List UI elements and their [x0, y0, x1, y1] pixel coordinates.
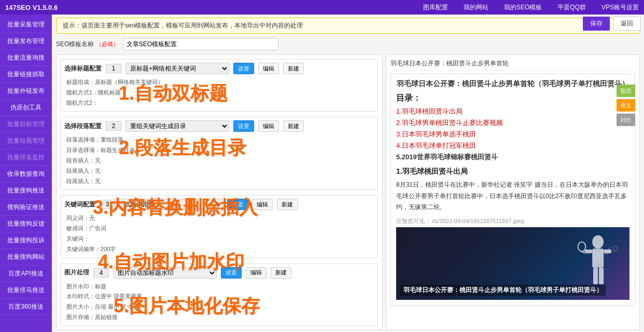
toc-item-4[interactable]: 4.日本羽毛球单打冠军桃田 [396, 141, 629, 150]
required-mark: （必填） [96, 41, 119, 47]
title-config-detail: 标题组成：原标题（网络相关关键词） 随机方式1：随机标题 随机方式2： [66, 77, 374, 108]
seo-name-row: SEO模板名称 （必填） [56, 38, 640, 50]
sidebar-item-batch-outlink[interactable]: 批量外链发布 [0, 83, 52, 100]
split-area: 1.自动双标题 2.段落生成目录 3.内容替换删除插入 4.自动图片加水印 5.… [56, 54, 640, 330]
section-header-segment: 选择段落配置 重组关键词生成目录 设置 编辑 新建 [64, 120, 374, 132]
seo-name-input[interactable] [123, 38, 278, 50]
segment-set-button[interactable]: 设置 [233, 120, 254, 132]
svg-line-7 [582, 251, 585, 253]
main-content-area: 保存 返回 提示：该页面主要用于seo模板配置，模板可应用到网站发布，本地导出中… [52, 15, 644, 332]
sidebar-item-baidu-api[interactable]: 百度API推送 [0, 266, 52, 282]
preview-section-title-1: 1.羽毛球桃田贤斗出局 [396, 167, 629, 176]
player-silhouette-icon [572, 232, 614, 289]
sidebar-item-batch-link[interactable]: 批量链接抓取 [0, 66, 52, 83]
sidebar: 批量采集管理 批量发布管理 批量流量询搜 批量链接抓取 批量外链发布 伪原创工具… [0, 15, 52, 332]
config-section-segment: 选择段落配置 重组关键词生成目录 设置 编辑 新建 段落选择项：重组段落 目录选… [61, 117, 378, 190]
preview-title-bar: 羽毛球日本公开赛：桃田贤斗止步男单首轮 [390, 59, 635, 71]
section-header-keyword: 关键词配置 软原词混除 设置 编辑 新建 [64, 199, 374, 210]
preview-article-title: 羽毛球日本公开赛：桃田贤斗止步男单首轮（羽毛球男子单打桃田贤斗） [396, 79, 629, 89]
segment-edit-button[interactable]: 编辑 [258, 120, 279, 132]
image-config-select[interactable]: 图片自动加标题水印 [113, 267, 217, 279]
section-header-image: 图片处理 图片自动加标题水印 设置 编辑 新建 [64, 267, 374, 279]
section-num-4[interactable] [93, 268, 109, 278]
preview-panel: 羽毛球日本公开赛：桃田贤斗止步男单首轮 预览 原文 对比 羽毛球日本公开赛：桃田… [386, 54, 640, 330]
section-title-label-4: 图片处理 [64, 268, 89, 277]
sidebar-item-record-query[interactable]: 收录数据查询 [0, 166, 52, 183]
sidebar-item-batch-video: 批量短视管理 [0, 133, 52, 149]
keyword-config-select[interactable]: 软原词混除 [119, 199, 223, 210]
nav-library[interactable]: 图库配置 [423, 3, 448, 12]
preview-toc-title: 目录： [396, 93, 629, 104]
sidebar-item-batch-publish[interactable]: 批量发布管理 [0, 33, 52, 50]
keyword-config-detail: 同义词：无 敏感词：广告词 关键词： 关键词频率：200字 [66, 213, 374, 254]
app-logo: 147SEO V1.5.0.6 [5, 4, 58, 11]
image-new-button[interactable]: 新建 [271, 267, 291, 279]
preview-image-box: 147SEO 羽毛球日本公开赛：桃田贤斗止步男单首轮（羽毛球男子单打桃田贤斗） [396, 227, 629, 300]
sidebar-item-sogou-verify[interactable]: 搜狗验证推送 [0, 199, 52, 216]
toc-item-3[interactable]: 3.日本羽毛球男单选手桃田 [396, 130, 629, 139]
image-edit-button[interactable]: 编辑 [246, 267, 267, 279]
svg-rect-4 [593, 268, 598, 284]
image-set-button[interactable]: 设置 [221, 267, 242, 279]
section-title-label-3: 关键词配置 [64, 200, 95, 209]
section-title-label-2: 选择段落配置 [64, 122, 102, 131]
config-section-keyword: 关键词配置 软原词混除 设置 编辑 新建 同义词：无 敏感词：广告词 关键词： … [61, 195, 378, 258]
sidebar-item-sogou-site[interactable]: 批量搜狗网站 [0, 249, 52, 266]
nav-mysite[interactable]: 我的网站 [464, 3, 488, 12]
preview-btn-compare[interactable]: 对比 [617, 114, 635, 126]
segment-config-detail: 段落选择项：重组段落 目录选择项：标题生成目录 段首插入：无 段尾插入：无 段尾… [66, 135, 374, 186]
preview-img-note: 仅预览可见： ds/2022-09-04/1662287611687.jpeg [396, 217, 629, 225]
title-config-select[interactable]: 原标题+网络相关关键词 [125, 63, 229, 74]
segment-new-button[interactable]: 新建 [283, 120, 304, 132]
preview-btn-original[interactable]: 原文 [617, 99, 635, 112]
preview-body-text: 8月31日，桃田贤斗在比赛中，新华社记者 张笑宇 摄当日，在日本大阪举办的日本羽… [396, 179, 629, 213]
section-num-1[interactable] [106, 64, 121, 73]
keyword-edit-button[interactable]: 编辑 [252, 199, 273, 210]
back-button[interactable]: 返回 [613, 17, 641, 31]
toc-item-1[interactable]: 1.羽毛球桃田贤斗出局 [396, 107, 629, 116]
sidebar-item-sogou-complaint[interactable]: 批量搜狗投诉 [0, 232, 52, 249]
top-navigation: 147SEO V1.5.0.6 图库配置 我的网站 我的SEO模板 平蛋QQ群 … [0, 0, 644, 15]
config-section-title: 选择标题配置 原标题+网络相关关键词 设置 编辑 新建 标题组成：原标题（网络相… [61, 59, 378, 112]
title-edit-button[interactable]: 编辑 [258, 63, 279, 74]
preview-btn-preview[interactable]: 预览 [617, 85, 635, 97]
sidebar-item-batch-collect[interactable]: 批量采集管理 [0, 17, 52, 33]
nav-menu: 图库配置 我的网站 我的SEO模板 平蛋QQ群 VPS账号设置 [423, 3, 639, 12]
sidebar-item-sogou-feedback[interactable]: 批量搜狗反馈 [0, 216, 52, 232]
svg-point-6 [578, 242, 586, 251]
sidebar-item-baidu360[interactable]: 百度360推送 [0, 299, 52, 315]
title-set-button[interactable]: 设置 [233, 63, 254, 74]
sidebar-item-batch-rank: 批量排名监控 [0, 149, 52, 166]
nav-vps[interactable]: VPS账号设置 [601, 3, 639, 12]
svg-rect-5 [599, 268, 604, 284]
preview-img-url: ds/2022-09-04/1662287611687.jpeg [432, 218, 524, 224]
config-section-image: 图片处理 图片自动加标题水印 设置 编辑 新建 图片水印：标题 水印样式：位置中… [61, 264, 378, 326]
keyword-set-button[interactable]: 设置 [227, 199, 248, 210]
keyword-new-button[interactable]: 新建 [277, 199, 298, 210]
section-num-3[interactable] [100, 200, 115, 209]
hint-bar: 提示：该页面主要用于seo模板配置，模板可应用到网站发布，本地导出中对内容的处理 [56, 18, 640, 34]
toc-item-2[interactable]: 2.羽毛球男单桃田贤斗止赛比赛视频 [396, 118, 629, 128]
section-num-2[interactable] [106, 121, 121, 131]
preview-side-buttons: 预览 原文 对比 [617, 85, 635, 126]
seo-name-label: SEO模板名称 （必填） [56, 40, 119, 49]
sidebar-item-pseudo-original[interactable]: 伪原创工具 [0, 100, 52, 116]
segment-config-select[interactable]: 重组关键词生成目录 [125, 120, 229, 132]
image-config-detail: 图片水印：标题 水印样式：位置中 背景黑黑黑 图片大小：压缩 最小 尺寸 无 图… [66, 282, 374, 323]
save-button[interactable]: 保存 [583, 17, 610, 31]
config-panel: 1.自动双标题 2.段落生成目录 3.内容替换删除插入 4.自动图片加水印 5.… [56, 54, 383, 330]
nav-qq[interactable]: 平蛋QQ群 [557, 3, 586, 12]
toc-item-5[interactable]: 5.2019世界羽毛球锦标赛桃田贤斗 [396, 153, 629, 162]
sidebar-item-batch-target: 批量目标管理 [0, 116, 52, 133]
preview-inner: 预览 原文 对比 羽毛球日本公开赛：桃田贤斗止步男单首轮（羽毛球男子单打桃田贤斗… [390, 74, 635, 306]
main-layout: 批量采集管理 批量发布管理 批量流量询搜 批量链接抓取 批量外链发布 伪原创工具… [0, 15, 644, 332]
section-header-title: 选择标题配置 原标题+网络相关关键词 设置 编辑 新建 [64, 63, 374, 74]
sidebar-item-sogou-push[interactable]: 批量搜狗推送 [0, 183, 52, 199]
section-title-label-1: 选择标题配置 [64, 64, 102, 73]
sidebar-item-batch-horse[interactable]: 批量排马推送 [0, 282, 52, 299]
title-new-button[interactable]: 新建 [283, 63, 304, 74]
svg-point-0 [592, 235, 604, 248]
nav-mytemplate[interactable]: 我的SEO模板 [504, 3, 542, 12]
sidebar-item-batch-traffic[interactable]: 批量流量询搜 [0, 50, 52, 66]
